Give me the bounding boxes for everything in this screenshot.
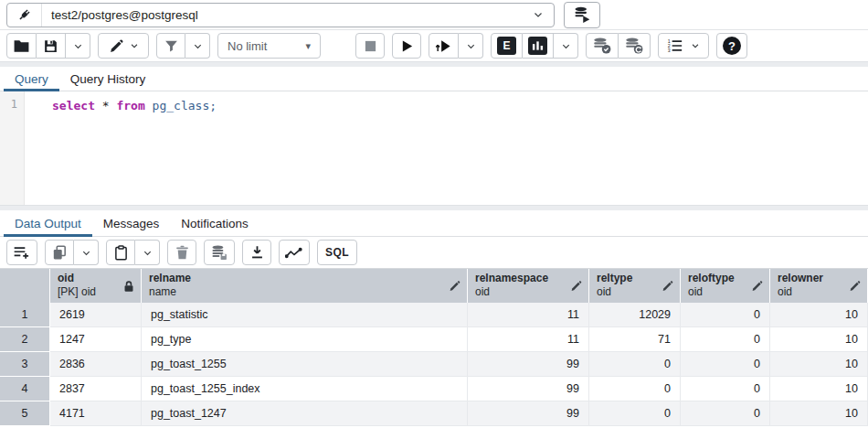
column-header-relname[interactable]: relnamename [142,269,468,303]
grid-cell-oid[interactable]: 2837 [50,377,142,401]
sql-code-line[interactable]: select * from pg_class; [25,91,868,205]
grid-cell-relnamespace[interactable]: 99 [468,352,589,377]
edit-pencil-icon[interactable] [751,280,763,292]
explain-button[interactable]: E [491,33,523,59]
sql-editor[interactable]: 1 select * from pg_class; [0,91,868,205]
grid-cell-relnamespace[interactable]: 11 [468,327,589,352]
chevron-down-icon [561,41,571,51]
grid-cell-reltype[interactable]: 0 [589,401,681,426]
new-connection-button[interactable] [564,2,600,28]
edit-pencil-icon[interactable] [662,280,673,292]
sql-button[interactable]: SQL [317,240,357,265]
download-icon [250,245,264,260]
query-toolbar: No limit ▾ E [0,30,868,61]
edit-pencil-icon[interactable] [849,280,861,292]
plug-icon [7,4,42,27]
grid-cell-relowner[interactable]: 10 [770,352,868,377]
save-button[interactable] [37,33,66,59]
grid-cell-relowner[interactable]: 10 [770,327,868,352]
grid-cell-relnamespace[interactable]: 99 [468,401,589,426]
rollback-button[interactable] [619,33,651,59]
tab-query[interactable]: Query [4,67,59,91]
commit-button[interactable] [586,33,619,59]
caret-down-icon: ▾ [305,40,311,52]
delete-row-button[interactable] [167,240,196,265]
select-all-corner[interactable] [0,269,50,303]
filter-button[interactable] [156,33,185,59]
grid-cell-reloftype[interactable]: 0 [681,401,770,426]
column-header-relowner[interactable]: relowneroid [770,269,868,303]
edit-pencil-icon[interactable] [570,280,582,292]
filter-options-button[interactable] [185,33,210,59]
connection-select[interactable]: test2/postgres@postgresql [6,3,555,27]
help-button[interactable]: ? [716,33,747,59]
grid-cell-reloftype[interactable]: 0 [681,303,770,327]
copy-options-button[interactable] [74,240,99,265]
row-number[interactable]: 5 [0,401,50,426]
grid-cell-oid[interactable]: 2619 [50,303,142,327]
column-type: [PK] oid [58,285,133,299]
row-number[interactable]: 2 [0,327,50,352]
row-number[interactable]: 4 [0,377,50,401]
sql-token-keyword: from [116,99,144,112]
grid-cell-reloftype[interactable]: 0 [681,352,770,377]
chart-button[interactable] [279,240,310,265]
explain-options-button[interactable] [554,33,578,59]
tab-data-output[interactable]: Data Output [4,210,92,236]
filter-funnel-icon [164,38,179,54]
grid-cell-relnamespace[interactable]: 99 [468,377,589,401]
column-header-reltype[interactable]: reltypeoid [589,269,681,303]
grid-cell-reltype[interactable]: 12029 [589,303,681,327]
line-number: 1 [11,98,17,111]
explain-e-icon: E [497,37,516,55]
table-row: 32836pg_toast_1255990010 [0,352,868,377]
grid-cell-reloftype[interactable]: 0 [681,327,770,352]
column-name: oid [58,272,133,285]
grid-cell-reloftype[interactable]: 0 [681,377,770,401]
column-header-relnamespace[interactable]: relnamespaceoid [468,269,589,303]
execute-button[interactable] [392,33,421,59]
paste-button[interactable] [106,240,135,265]
stop-button[interactable] [355,33,385,59]
macros-button[interactable]: 123 [658,33,709,59]
grid-cell-oid[interactable]: 1247 [50,327,142,352]
grid-cell-relname[interactable]: pg_toast_1255 [142,352,468,377]
grid-cell-oid[interactable]: 4171 [50,401,142,426]
editor-tab-bar: Query Query History [0,67,868,91]
tab-notifications[interactable]: Notifications [170,210,259,236]
open-file-button[interactable] [6,33,37,59]
grid-cell-reltype[interactable]: 71 [589,327,681,352]
row-number[interactable]: 3 [0,352,50,377]
paste-options-button[interactable] [135,240,160,265]
column-header-reloftype[interactable]: reloftypeoid [681,269,770,303]
tab-messages[interactable]: Messages [92,210,171,236]
save-options-button[interactable] [66,33,90,59]
grid-cell-relowner[interactable]: 10 [770,401,868,426]
grid-cell-relowner[interactable]: 10 [770,303,868,327]
add-row-button[interactable] [6,240,37,265]
grid-cell-relname[interactable]: pg_type [142,327,468,352]
svg-text:3: 3 [668,48,671,53]
grid-cell-relname[interactable]: pg_statistic [142,303,468,327]
grid-cell-oid[interactable]: 2836 [50,352,142,377]
grid-cell-relname[interactable]: pg_toast_1247 [142,401,468,426]
column-header-oid[interactable]: oid[PK] oid [50,269,142,303]
explain-analyze-button[interactable] [523,33,554,59]
tab-query-history[interactable]: Query History [59,67,157,91]
edit-button[interactable] [98,33,149,59]
edit-pencil-icon[interactable] [449,280,460,292]
grid-cell-relnamespace[interactable]: 11 [468,303,589,327]
sql-token-identifier: ; [209,99,217,112]
execute-options-button[interactable] [459,33,483,59]
grid-cell-relowner[interactable]: 10 [770,377,868,401]
grid-cell-reltype[interactable]: 0 [589,352,681,377]
download-csv-button[interactable] [242,240,271,265]
chevron-down-icon [523,9,554,20]
row-number[interactable]: 1 [0,303,50,327]
grid-cell-relname[interactable]: pg_toast_1255_index [142,377,468,401]
execute-cursor-button[interactable] [429,33,459,59]
grid-cell-reltype[interactable]: 0 [589,377,681,401]
limit-select[interactable]: No limit ▾ [217,33,321,59]
copy-button[interactable] [45,240,74,265]
save-data-button[interactable] [204,240,235,265]
